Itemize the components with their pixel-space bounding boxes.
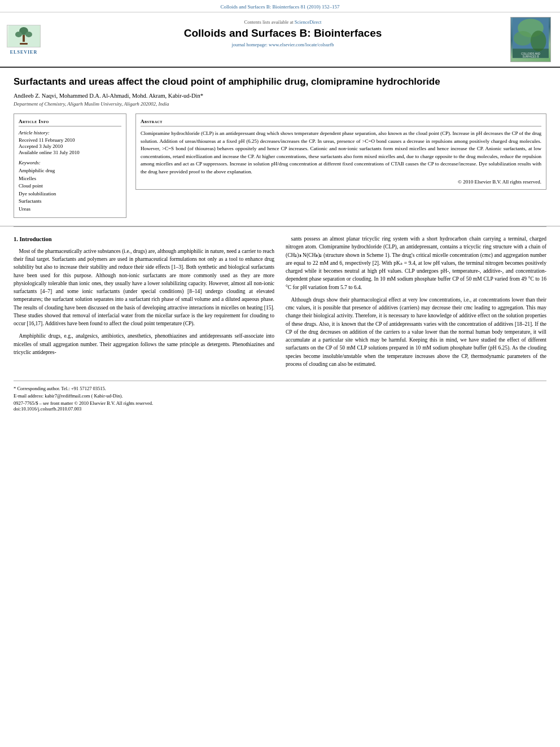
svg-point-3	[25, 32, 32, 37]
elsevier-text: ELSEVIER	[10, 50, 37, 55]
body-left-col: 1. Introduction Most of the pharmaceutic…	[14, 235, 274, 373]
contents-line: Contents lists available at ScienceDirec…	[63, 19, 502, 25]
journal-homepage: journal homepage: www.elsevier.com/locat…	[63, 42, 502, 47]
svg-rect-4	[23, 35, 25, 42]
sciencedirect-link[interactable]: ScienceDirect	[295, 19, 322, 25]
elsevier-logo-image	[7, 25, 41, 47]
history-label: Article history:	[19, 130, 121, 136]
available-date: Available online 31 July 2010	[19, 150, 121, 155]
copyright-line: © 2010 Elsevier B.V. All rights reserved…	[141, 179, 541, 185]
elsevier-logo: ELSEVIER	[7, 25, 41, 55]
article-info-abstract-section: Article Info Article history: Received 1…	[14, 113, 546, 218]
article-info-box: Article Info Article history: Received 1…	[14, 113, 126, 218]
svg-rect-5	[20, 43, 28, 45]
article-title: Surfactants and ureas affect the cloud p…	[14, 76, 546, 88]
doi-line: doi:10.1016/j.colsurfb.2010.07.003	[14, 406, 546, 412]
issn-line: 0927-7765/$ – see front matter © 2010 El…	[14, 400, 546, 406]
keywords-label: Keywords:	[19, 160, 121, 165]
journal-header: ELSEVIER Contents lists available at Sci…	[0, 12, 560, 68]
journal-cover-section: COLLOIDS AND SURFACES B	[508, 17, 553, 62]
publisher-logo-section: ELSEVIER	[7, 17, 58, 62]
svg-point-9	[531, 30, 546, 51]
intro-para-3: sants possess an almost planar tricyclic…	[286, 235, 546, 291]
keywords-list: Amphiphilic drug Micelles Cloud point Dy…	[19, 167, 121, 213]
article-affiliation: Department of Chemistry, Aligarh Muslim …	[14, 101, 546, 107]
keyword-6: Ureas	[19, 206, 121, 213]
svg-point-8	[514, 31, 532, 46]
keyword-5: Surfactants	[19, 198, 121, 206]
corresponding-author: * Corresponding author. Tel.: +91 57127 …	[14, 386, 546, 391]
svg-point-2	[15, 32, 22, 37]
article-header-section: Surfactants and ureas affect the cloud p…	[0, 68, 560, 226]
article-info-header: Article Info	[19, 119, 121, 126]
journal-cover-image: COLLOIDS AND SURFACES B	[510, 17, 551, 62]
received-date: Received 11 February 2010	[19, 137, 121, 143]
cover-art: COLLOIDS AND SURFACES B	[513, 16, 549, 60]
journal-title-section: Contents lists available at ScienceDirec…	[58, 17, 508, 62]
intro-para-1: Most of the pharmaceutically active subs…	[14, 247, 274, 328]
article-authors: Andleeb Z. Naqvi, Mohammed D.A. Al-Ahmad…	[14, 93, 546, 99]
intro-para-4: Although drugs show their pharmacologica…	[286, 296, 546, 368]
abstract-header: Abstract	[141, 119, 541, 126]
accepted-date: Accepted 3 July 2010	[19, 143, 121, 149]
keyword-3: Cloud point	[19, 182, 121, 190]
intro-para-2: Amphiphilic drugs, e.g., analgesics, ant…	[14, 332, 274, 356]
abstract-column: Abstract Clomipramine hydrochloride (CLP…	[135, 113, 546, 218]
top-bar: Colloids and Surfaces B: Biointerfaces 8…	[0, 0, 560, 12]
elsevier-tree-icon	[8, 25, 40, 47]
keyword-2: Micelles	[19, 175, 121, 183]
abstract-box: Abstract Clomipramine hydrochloride (CLP…	[135, 113, 546, 190]
footer-section: * Corresponding author. Tel.: +91 57127 …	[14, 381, 546, 414]
body-two-col: 1. Introduction Most of the pharmaceutic…	[14, 235, 546, 373]
journal-title: Colloids and Surfaces B: Biointerfaces	[63, 27, 502, 40]
body-content-section: 1. Introduction Most of the pharmaceutic…	[0, 227, 560, 381]
abstract-text: Clomipramine hydrochloride (CLP) is an a…	[141, 130, 541, 176]
journal-ref-text: Colloids and Surfaces B: Biointerfaces 8…	[220, 4, 339, 10]
keyword-1: Amphiphilic drug	[19, 167, 121, 175]
email-footnote: E-mail address: kabir7@rediffmail.com ( …	[14, 393, 546, 399]
body-right-col: sants possess an almost planar tricyclic…	[286, 235, 546, 373]
keyword-4: Dye solubilization	[19, 190, 121, 198]
article-info-column: Article Info Article history: Received 1…	[14, 113, 126, 218]
intro-heading: 1. Introduction	[14, 235, 274, 244]
svg-text:SURFACES B: SURFACES B	[523, 55, 539, 58]
